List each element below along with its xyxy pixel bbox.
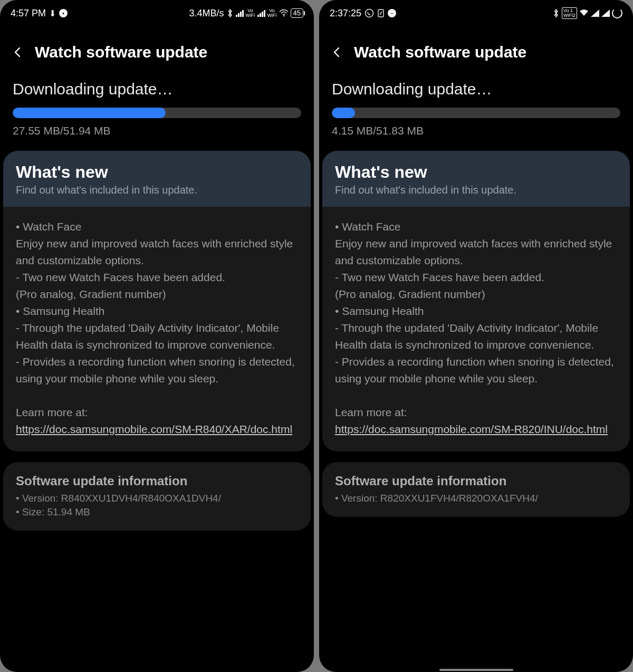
whatsapp-icon <box>365 8 374 18</box>
software-size: • Size: 51.94 MB <box>16 505 298 519</box>
software-info-card: Software update information • Version: R… <box>3 462 311 531</box>
wifi-icon <box>279 9 289 17</box>
whats-new-header: What's new Find out what's included in t… <box>322 151 630 207</box>
progress-label: 4.15 MB/51.83 MB <box>332 124 620 137</box>
vowifi2-icon: Vo 1WiFi2 <box>562 7 577 19</box>
progress-bar <box>13 108 301 118</box>
whats-new-header: What's new Find out what's included in t… <box>3 151 311 207</box>
download-status: Downloading update… <box>13 80 301 98</box>
changelog-line: - Through the updated 'Daily Activity In… <box>335 320 617 353</box>
changelog-line: (Pro analog, Gradient number) <box>335 286 617 303</box>
dnd-icon: − <box>388 9 396 17</box>
progress-fill <box>13 108 166 118</box>
back-button[interactable] <box>11 45 25 60</box>
home-indicator[interactable] <box>439 669 513 671</box>
changelog-line: • Watch Face <box>16 218 298 235</box>
page-title: Watch software update <box>354 43 526 61</box>
signal-x-icon: x <box>601 9 610 17</box>
changelog-line: (Pro analog, Gradient number) <box>16 286 298 303</box>
download-icon: ⬇ <box>49 8 56 18</box>
changelog-line: - Two new Watch Faces have been added. <box>335 269 617 286</box>
phone-right: 2:37:25 − Vo 1WiFi2 x <box>319 0 633 672</box>
whats-new-subtitle: Find out what's included in this update. <box>335 184 617 196</box>
changelog-line: - Provides a recording function when sno… <box>335 353 617 387</box>
loading-spinner-icon <box>612 8 622 18</box>
download-section: Downloading update… 27.55 MB/51.94 MB <box>0 80 314 151</box>
learn-more-link[interactable]: https://doc.samsungmobile.com/SM-R840/XA… <box>16 423 292 435</box>
bluetooth-icon <box>552 8 560 18</box>
back-button[interactable] <box>330 45 344 60</box>
whats-new-title: What's new <box>335 162 617 182</box>
progress-label: 27.55 MB/51.94 MB <box>13 124 301 137</box>
whats-new-body: • Watch Face Enjoy new and improved watc… <box>3 207 311 452</box>
learn-more-label: Learn more at: <box>16 404 298 421</box>
changelog-line: Enjoy new and improved watch faces with … <box>16 235 298 269</box>
whats-new-card: What's new Find out what's included in t… <box>322 151 630 452</box>
whats-new-subtitle: Find out what's included in this update. <box>16 184 298 196</box>
bluetooth-icon <box>226 8 234 18</box>
svg-point-0 <box>283 15 284 16</box>
software-info-title: Software update information <box>335 474 617 488</box>
vowifi-icon: VoWiFi <box>246 8 255 18</box>
status-bar: 2:37:25 − Vo 1WiFi2 x <box>319 0 633 24</box>
whats-new-body: • Watch Face Enjoy new and improved watc… <box>322 207 630 452</box>
svg-text:x: x <box>603 10 605 15</box>
changelog-line: - Through the updated 'Daily Activity In… <box>16 320 298 353</box>
signal-icon <box>591 9 599 17</box>
software-info-card: Software update information • Version: R… <box>322 462 630 517</box>
changelog-line: Enjoy new and improved watch faces with … <box>335 235 617 269</box>
software-info-title: Software update information <box>16 474 298 488</box>
svg-point-1 <box>366 9 373 17</box>
learn-more-link[interactable]: https://doc.samsungmobile.com/SM-R820/IN… <box>335 423 608 435</box>
battery-value: 45 <box>293 9 301 17</box>
changelog-line: • Samsung Health <box>16 303 298 320</box>
notification-dot-icon: • <box>59 9 68 17</box>
progress-bar <box>332 108 620 118</box>
status-bar: 4:57 PM ⬇ • 3.4MB/s VoWiFi VoWiFi 45 <box>0 0 314 24</box>
sim-icon <box>377 8 385 18</box>
download-status: Downloading update… <box>332 80 620 98</box>
changelog-line: • Samsung Health <box>335 303 617 320</box>
page-header: Watch software update <box>0 24 314 80</box>
page-header: Watch software update <box>319 24 633 80</box>
vowifi-icon-2: VoWiFi <box>267 8 277 18</box>
phone-left: 4:57 PM ⬇ • 3.4MB/s VoWiFi VoWiFi 45 <box>0 0 314 672</box>
whats-new-card: What's new Find out what's included in t… <box>3 151 311 452</box>
software-version: • Version: R820XXU1FVH4/R820OXA1FVH4/ <box>335 492 617 505</box>
download-section: Downloading update… 4.15 MB/51.83 MB <box>319 80 633 151</box>
status-speed: 3.4MB/s <box>189 8 224 19</box>
wifi-icon <box>579 9 589 17</box>
software-version: • Version: R840XXU1DVH4/R840OXA1DVH4/ <box>16 492 298 505</box>
signal-icon-2 <box>257 9 265 17</box>
signal-icon <box>236 9 244 17</box>
page-title: Watch software update <box>35 43 207 61</box>
learn-more-label: Learn more at: <box>335 404 617 421</box>
battery-icon: 45 <box>291 8 303 18</box>
status-time: 2:37:25 <box>330 8 361 19</box>
progress-fill <box>332 108 355 118</box>
changelog-line: • Watch Face <box>335 218 617 235</box>
changelog-line: - Provides a recording function when sno… <box>16 353 298 387</box>
changelog-line: - Two new Watch Faces have been added. <box>16 269 298 286</box>
whats-new-title: What's new <box>16 162 298 182</box>
status-time: 4:57 PM <box>11 8 46 19</box>
